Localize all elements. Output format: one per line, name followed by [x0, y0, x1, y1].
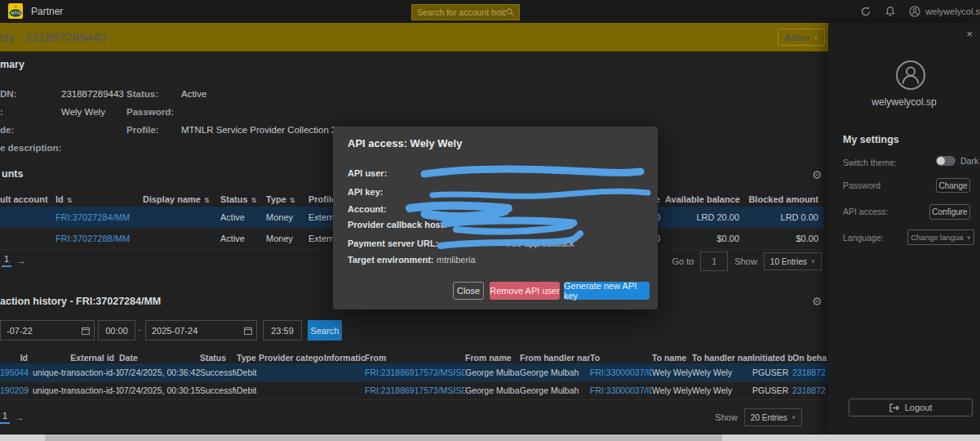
- svg-text:MTN: MTN: [11, 11, 20, 16]
- mtn-logo-icon: MTN: [8, 3, 23, 19]
- refresh-icon[interactable]: [860, 6, 871, 17]
- from-account-link[interactable]: FRI:231886917573/MSISDN: [365, 363, 465, 381]
- summary-value: 231887289443: [61, 89, 126, 99]
- accounts-heading: unts: [2, 168, 23, 180]
- account-holder-search[interactable]: Search for account holder: [411, 4, 520, 20]
- cell-external-id: unique-transaction-id-123: [33, 381, 119, 399]
- account-id-link[interactable]: FRI:37027288/MM: [55, 228, 143, 249]
- configure-api-access-button[interactable]: Configure: [929, 204, 970, 220]
- accounts-settings-gear-icon[interactable]: ⚙: [812, 169, 823, 180]
- date-from-field[interactable]: [0, 320, 95, 341]
- time-to-input[interactable]: [268, 325, 297, 336]
- col-to: To: [590, 353, 652, 363]
- cell-status: Active: [220, 207, 266, 228]
- to-account-link[interactable]: FRI:33000037/ID: [590, 363, 652, 381]
- switch-theme-label: Switch theme:: [843, 158, 897, 167]
- change-password-button[interactable]: Change: [936, 178, 970, 193]
- scrollbar-thumb[interactable]: [45, 434, 722, 441]
- summary-label: DN:: [0, 89, 61, 99]
- col-external-id: External id: [33, 353, 119, 363]
- cell-provider-category: [259, 363, 324, 381]
- modal-title: API access: Wely Wely: [348, 137, 462, 149]
- field-label: Target environment:: [348, 255, 434, 265]
- col-date: Date: [119, 353, 200, 363]
- account-id-link[interactable]: FRI:37027284/MM: [55, 207, 143, 228]
- search-icon: [506, 8, 514, 16]
- cell-external-id: unique-transaction-id-123: [33, 363, 119, 381]
- next-page-arrow-icon[interactable]: →: [16, 255, 26, 266]
- language-select[interactable]: Change langua ∨: [907, 229, 974, 245]
- date-range-separator: -: [138, 324, 141, 334]
- sort-icon: ⇅: [204, 197, 210, 204]
- field-label: Account:: [348, 204, 387, 214]
- api-access-modal: API access: Wely Wely API user: API key:…: [333, 127, 658, 310]
- show-label: Show: [734, 256, 757, 266]
- col-display-name[interactable]: Display name⇅: [143, 194, 220, 204]
- goto-page-input[interactable]: [700, 252, 728, 271]
- date-to-field[interactable]: [145, 320, 257, 341]
- target-environment-value: mtnliberia: [437, 255, 476, 265]
- col-type: Type: [237, 353, 259, 363]
- col-status[interactable]: Status⇅: [220, 194, 266, 204]
- cell-date: 07/24/2025, 00:30:15: [119, 381, 200, 399]
- action-button-label: Action: [785, 33, 810, 42]
- chevron-down-icon: ∨: [792, 414, 796, 421]
- col-id[interactable]: Id⇅: [55, 194, 143, 204]
- cell-type: Money: [266, 207, 308, 228]
- transaction-id-link[interactable]: 190209: [0, 381, 33, 399]
- chevron-down-icon: ∨: [811, 258, 815, 265]
- cell-information: [324, 363, 365, 381]
- summary-label: Profile:: [126, 125, 181, 135]
- date-from-input[interactable]: [5, 325, 78, 336]
- col-from: From: [365, 353, 465, 363]
- transaction-history-heading: action history - FRI:37027284/MM: [0, 296, 161, 307]
- sort-icon: ⇅: [67, 197, 73, 204]
- page-number-active[interactable]: 1: [2, 254, 11, 267]
- language-label: Language:: [843, 233, 884, 243]
- time-to-field[interactable]: [263, 320, 302, 341]
- time-from-field[interactable]: [98, 320, 135, 341]
- generate-new-api-key-button[interactable]: Generate new API key: [564, 282, 650, 300]
- to-account-link[interactable]: FRI:33000037/ID: [590, 381, 652, 399]
- top-navbar: MTN Partner Search for account holder: [0, 0, 980, 23]
- calendar-icon: [244, 327, 252, 335]
- bell-icon[interactable]: [885, 6, 896, 17]
- horizontal-scrollbar[interactable]: [0, 434, 980, 441]
- close-button[interactable]: Close: [453, 282, 484, 300]
- action-button[interactable]: Action ∨: [778, 29, 825, 46]
- cell-blocked-amount: $0.00: [744, 228, 823, 249]
- col-default-account: ult account: [0, 194, 55, 204]
- cell-display-name: [143, 207, 220, 228]
- transaction-row[interactable]: 195044 unique-transaction-id-123 07/24/2…: [0, 363, 841, 382]
- search-button[interactable]: Search: [308, 320, 342, 341]
- logout-label: Logout: [905, 403, 933, 412]
- cell-status: Active: [220, 228, 266, 249]
- logout-button[interactable]: Logout: [849, 399, 973, 416]
- cell-from-handler-name: George Mulbah: [520, 381, 590, 399]
- col-type[interactable]: Type⇅: [266, 194, 308, 204]
- theme-toggle[interactable]: [936, 156, 956, 166]
- transaction-row[interactable]: 190209 unique-transaction-id-123 07/24/2…: [0, 381, 841, 400]
- show-label: Show: [715, 412, 738, 422]
- transaction-id-link[interactable]: 195044: [0, 363, 33, 381]
- topbar-user-menu[interactable]: welywelycol.s: [909, 6, 980, 17]
- cell-display-name: [143, 228, 220, 249]
- cell-from-name: George Mulbah: [465, 363, 520, 381]
- close-icon[interactable]: ×: [966, 29, 973, 39]
- summary-heading: mary: [0, 59, 24, 70]
- remove-api-user-button[interactable]: Remove API user: [490, 282, 560, 300]
- from-account-link[interactable]: FRI:231886917573/MSISDN: [365, 381, 465, 399]
- next-page-arrow-icon[interactable]: →: [15, 412, 24, 423]
- entries-per-page-select[interactable]: 20 Entries ∨: [744, 408, 802, 426]
- page-number-active[interactable]: 1: [0, 411, 10, 424]
- summary-label: Status:: [126, 89, 181, 99]
- transactions-settings-gear-icon[interactable]: ⚙: [812, 296, 823, 307]
- col-blocked-amount: Blocked amount: [744, 194, 823, 204]
- sort-icon: ⇅: [290, 197, 295, 204]
- time-from-input[interactable]: [103, 325, 131, 336]
- topbar-username: welywelycol.s: [925, 7, 980, 16]
- col-initiated-by: Initiated by: [752, 353, 792, 363]
- entries-per-page-select[interactable]: 10 Entries ∨: [764, 252, 822, 270]
- app-window: MTN Partner Search for account holder: [0, 0, 980, 441]
- date-to-input[interactable]: [150, 325, 241, 336]
